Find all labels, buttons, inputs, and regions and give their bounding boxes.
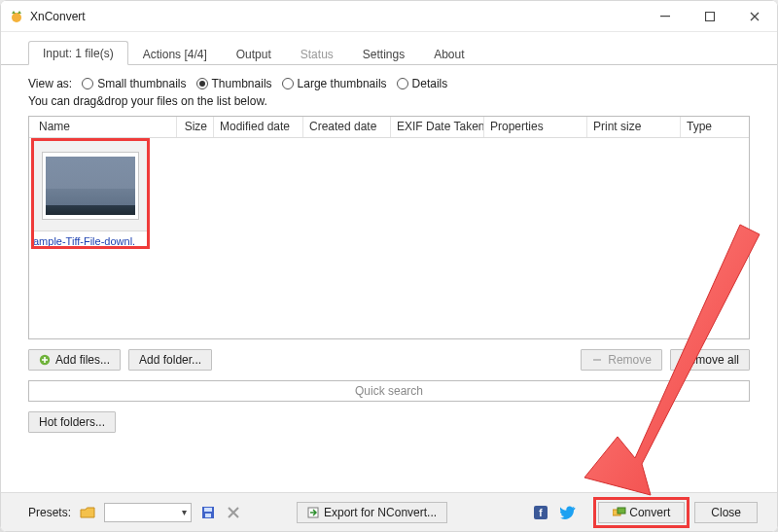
view-as-row: View as: Small thumbnails Thumbnails Lar… [28,77,750,90]
tab-settings[interactable]: Settings [348,42,419,65]
file-action-row: Add files... Add folder... Remove Remove… [28,349,750,371]
svg-rect-7 [205,514,211,517]
thumbnail-frame [33,140,148,231]
col-properties[interactable]: Properties [484,117,587,137]
maximize-button[interactable] [688,1,732,32]
col-exif[interactable]: EXIF Date Taken [391,117,484,137]
export-nconvert-button[interactable]: Export for NConvert... [297,502,447,523]
app-icon [9,9,24,24]
tab-output[interactable]: Output [222,42,286,65]
file-items-area[interactable]: ample-Tiff-File-downl. [29,138,749,338]
radio-small-thumbnails[interactable]: Small thumbnails [82,77,186,90]
twitter-icon[interactable] [559,504,577,521]
svg-rect-6 [204,508,212,512]
view-as-label: View as: [28,77,72,90]
add-files-button[interactable]: Add files... [28,349,121,371]
title-bar: XnConvert [1,1,777,32]
svg-point-0 [12,13,21,22]
tab-about[interactable]: About [419,42,478,65]
close-button[interactable]: Close [694,502,758,523]
remove-all-button[interactable]: Remove all [670,349,750,371]
thumbnail-image [46,157,135,215]
svg-rect-4 [593,359,601,361]
convert-highlight: Convert [596,500,687,525]
close-window-button[interactable] [732,1,777,32]
presets-label: Presets: [28,506,71,519]
window-title: XnConvert [30,10,86,23]
add-folder-button[interactable]: Add folder... [128,349,212,371]
social-icons: f [532,504,577,521]
thumbnail-label: ample-Tiff-File-downl. [33,235,148,247]
delete-preset-icon[interactable] [225,504,242,521]
body: View as: Small thumbnails Thumbnails Lar… [1,65,777,441]
facebook-icon[interactable]: f [532,504,549,521]
convert-button[interactable]: Convert [598,502,685,523]
quick-search-input[interactable] [28,380,750,402]
convert-icon [613,507,624,518]
hot-folders-button[interactable]: Hot folders... [28,411,116,433]
minimize-button[interactable] [643,1,688,32]
svg-rect-2 [706,12,715,20]
radio-thumbnails[interactable]: Thumbnails [196,77,272,90]
col-type[interactable]: Type [681,117,749,137]
drag-drop-hint: You can drag&drop your files on the list… [28,94,750,108]
search-row [28,380,750,402]
radio-large-thumbnails[interactable]: Large thumbnails [282,77,387,90]
column-headers: Name Size Modified date Created date EXI… [29,117,749,138]
col-name[interactable]: Name [29,117,177,137]
svg-rect-12 [618,508,625,514]
remove-button[interactable]: Remove [581,349,662,371]
minus-icon [591,354,603,366]
presets-open-icon[interactable] [79,504,96,521]
tab-bar: Input: 1 file(s) Actions [4/4] Output St… [1,32,777,65]
col-created[interactable]: Created date [303,117,391,137]
list-item[interactable]: ample-Tiff-File-downl. [33,140,148,247]
radio-details[interactable]: Details [397,77,448,90]
app-window: XnConvert Input: 1 file(s) Actions [4/4]… [0,0,778,532]
plus-icon [39,354,51,366]
tab-status[interactable]: Status [286,42,348,65]
footer-bar: Presets: ▾ Export for NConvert... f [1,492,777,531]
svg-rect-1 [660,16,670,17]
file-list: Name Size Modified date Created date EXI… [28,116,750,339]
presets-combo[interactable]: ▾ [104,503,192,522]
tab-actions[interactable]: Actions [4/4] [128,42,222,65]
col-size[interactable]: Size [177,117,214,137]
save-preset-icon[interactable] [199,504,217,521]
tab-input[interactable]: Input: 1 file(s) [28,41,128,65]
col-modified[interactable]: Modified date [214,117,303,137]
export-icon [307,507,319,518]
col-printsize[interactable]: Print size [587,117,681,137]
